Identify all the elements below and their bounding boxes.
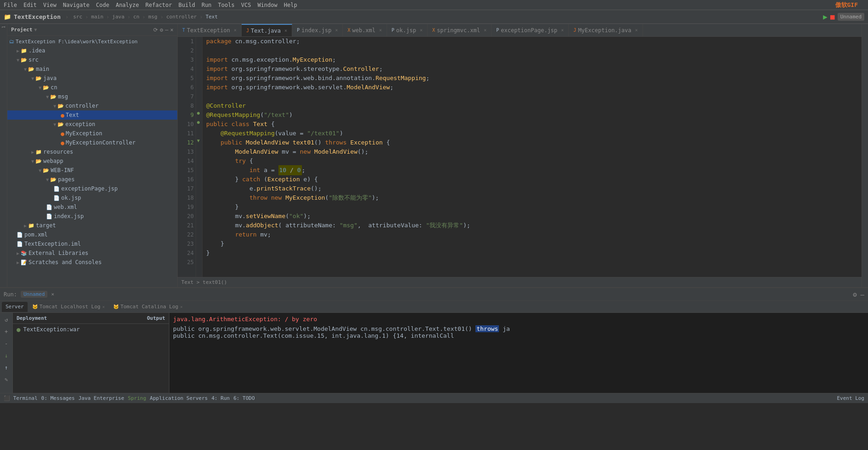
tree-item-webapp[interactable]: ▼ 📂 webapp xyxy=(7,156,177,166)
toolbar-stop-btn[interactable]: ■ xyxy=(830,12,835,21)
menu-window[interactable]: Window xyxy=(257,2,277,8)
terminal-btn[interactable]: ⬛ Terminal xyxy=(4,395,38,401)
run-settings-icon[interactable]: ⚙ xyxy=(853,291,856,298)
menu-edit[interactable]: Edit xyxy=(23,2,37,8)
tree-item-msg[interactable]: ▼ 📂 msg xyxy=(7,92,177,101)
menu-analyze[interactable]: Analyze xyxy=(116,2,139,8)
edit-config-icon[interactable]: ✎ xyxy=(1,375,12,385)
close-tab-webxml[interactable]: × xyxy=(379,28,382,33)
run-config-name[interactable]: Unnamed xyxy=(21,291,47,298)
deploy-up-icon[interactable]: ↑ xyxy=(1,363,12,373)
close-localhost-tab[interactable]: × xyxy=(102,305,104,309)
tree-label-exceptionpage-jsp: exceptionPage.jsp xyxy=(61,185,118,192)
tree-item-idea[interactable]: ▶ 📁 .idea xyxy=(7,46,177,55)
tab-okjsp[interactable]: P ok.jsp × xyxy=(387,24,428,37)
settings-icon[interactable]: ⚙ xyxy=(160,27,163,33)
bottom-tab-server[interactable]: Server xyxy=(2,302,28,312)
bottom-tab-localhost-log[interactable]: 🐱 Tomcat Localhost Log × xyxy=(29,302,109,312)
tree-item-iml[interactable]: 📄 TextException.iml xyxy=(7,239,177,248)
menu-bar: File Edit View Navigate Code Analyze Ref… xyxy=(0,0,868,10)
console-text-2a: public org.springframework.web.servlet.M… xyxy=(173,325,475,332)
right-scroll-strip[interactable] xyxy=(862,24,868,287)
menu-file[interactable]: File xyxy=(4,2,17,8)
add-icon[interactable]: + xyxy=(1,327,12,337)
collapse-icon[interactable]: — xyxy=(165,27,168,33)
close-tab-textexception[interactable]: × xyxy=(234,28,237,33)
tab-index-jsp[interactable]: P index.jsp × xyxy=(292,24,343,37)
todo-btn[interactable]: 6: TODO xyxy=(233,395,255,401)
event-log-btn[interactable]: Event Log xyxy=(837,395,864,401)
tree-item-ok-jsp[interactable]: 📄 ok.jsp xyxy=(7,193,177,202)
code-line-9: @RequestMapping("/text") xyxy=(206,110,858,120)
tab-myexception-java[interactable]: J MyException.java × xyxy=(569,24,643,37)
tab-textexception[interactable]: T TextException × xyxy=(178,24,242,37)
tree-item-exceptionpage-jsp[interactable]: 📄 exceptionPage.jsp xyxy=(7,184,177,193)
toolbar-run-btn[interactable]: ▶ xyxy=(823,12,827,21)
menu-navigate[interactable]: Navigate xyxy=(63,2,90,8)
bottom-tab-catalina-log[interactable]: 🐱 Tomcat Catalina Log × xyxy=(110,302,186,312)
tree-item-indexjsp[interactable]: 📄 index.jsp xyxy=(7,212,177,221)
tree-item-webinf[interactable]: ▼ 📂 WEB-INF xyxy=(7,166,177,175)
folder-icon: 🗂 xyxy=(9,39,14,45)
tree-item-src[interactable]: ▼ 📂 src xyxy=(7,55,177,64)
close-tab-exceptionpage-jsp[interactable]: × xyxy=(561,28,564,33)
close-catalina-tab[interactable]: × xyxy=(180,305,182,309)
tree-item-controller[interactable]: ▼ 📂 controller xyxy=(7,101,177,110)
tab-label-okjsp: ok.jsp xyxy=(396,27,416,34)
close-tab-springmvc-xml[interactable]: × xyxy=(484,28,486,33)
menu-run[interactable]: Run xyxy=(202,2,212,8)
tree-item-main[interactable]: ▼ 📂 main xyxy=(7,64,177,74)
spring-btn[interactable]: Spring xyxy=(128,395,146,401)
menu-refactor[interactable]: Refactor xyxy=(145,2,172,8)
sync-icon[interactable]: ⟳ xyxy=(153,27,158,33)
tree-item-scratches[interactable]: ▶ 📝 Scratches and Consoles xyxy=(7,258,177,267)
tree-item-myexceptioncontroller[interactable]: ● MyExceptionController xyxy=(7,138,177,147)
tree-item-cn[interactable]: ▼ 📂 cn xyxy=(7,83,177,92)
menu-vcs[interactable]: VCS xyxy=(241,2,251,8)
menu-view[interactable]: View xyxy=(43,2,57,8)
menu-tools[interactable]: Tools xyxy=(218,2,235,8)
close-tab-text-java[interactable]: × xyxy=(284,28,287,33)
close-run-tab[interactable]: × xyxy=(51,291,54,297)
unnamed-config[interactable]: Unnamed xyxy=(838,13,864,21)
tree-item-extlibs[interactable]: ▶ 📚 External Libraries xyxy=(7,248,177,258)
tree-item-pomxml[interactable]: 📄 pom.xml xyxy=(7,230,177,239)
tree-item-webxml[interactable]: 📄 web.xml xyxy=(7,202,177,212)
tab-text-java[interactable]: J Text.java × xyxy=(242,24,292,37)
menu-build[interactable]: Build xyxy=(179,2,195,8)
messages-btn[interactable]: 0: Messages xyxy=(41,395,75,401)
tree-item-target[interactable]: ▶ 📁 target xyxy=(7,221,177,230)
status-green-icon: ● xyxy=(17,326,20,333)
console-output[interactable]: java.lang.ArithmeticException: / by zero… xyxy=(169,313,868,393)
code-content[interactable]: package cn.msg.controller; import cn.msg… xyxy=(203,37,862,277)
tree-item-pages[interactable]: ▼ 📂 pages xyxy=(7,175,177,184)
close-tab-index-jsp[interactable]: × xyxy=(335,28,338,33)
tab-label-text-java: Text.java xyxy=(251,28,281,34)
tree-item-resources[interactable]: ▶ 📁 resources xyxy=(7,147,177,156)
run-btn-status[interactable]: 4: Run xyxy=(211,395,230,401)
app-servers-btn[interactable]: Application Servers xyxy=(150,395,208,401)
close-sidebar-icon[interactable]: × xyxy=(170,27,174,33)
tree-item-text[interactable]: ● Text xyxy=(7,110,177,120)
tree-label-idea: .idea xyxy=(29,47,45,54)
java-enterprise-btn[interactable]: Java Enterprise xyxy=(78,395,124,401)
project-strip-icon[interactable]: 1 xyxy=(1,26,6,28)
tab-springmvc-xml[interactable]: X springmvc.xml × xyxy=(428,24,492,37)
tab-exceptionpage-jsp[interactable]: P exceptionPage.jsp × xyxy=(492,24,569,37)
deployment-item[interactable]: ● TextException:war xyxy=(13,324,169,335)
remove-icon[interactable]: - xyxy=(1,339,12,349)
tree-item-myexception[interactable]: ● MyException xyxy=(7,129,177,138)
tab-webxml[interactable]: X web.xml × xyxy=(343,24,387,37)
tree-item-exception-folder[interactable]: ▼ 📂 exception xyxy=(7,120,177,129)
tree-item-java-folder[interactable]: ▼ 📂 java xyxy=(7,74,177,83)
menu-help[interactable]: Help xyxy=(284,2,297,8)
tree-item-root[interactable]: 🗂 TextException F:\idea\work\TextExcepti… xyxy=(7,37,177,46)
run-minimize-icon[interactable]: — xyxy=(861,291,864,298)
breadcrumb-cn: cn xyxy=(133,14,139,20)
deploy-down-icon[interactable]: ↓ xyxy=(1,351,12,361)
menu-code[interactable]: Code xyxy=(96,2,110,8)
restart-icon[interactable]: ↺ xyxy=(1,315,12,325)
close-tab-myexception-java[interactable]: × xyxy=(635,28,638,33)
code-line-14: try { xyxy=(206,156,858,166)
close-tab-okjsp[interactable]: × xyxy=(420,28,422,33)
